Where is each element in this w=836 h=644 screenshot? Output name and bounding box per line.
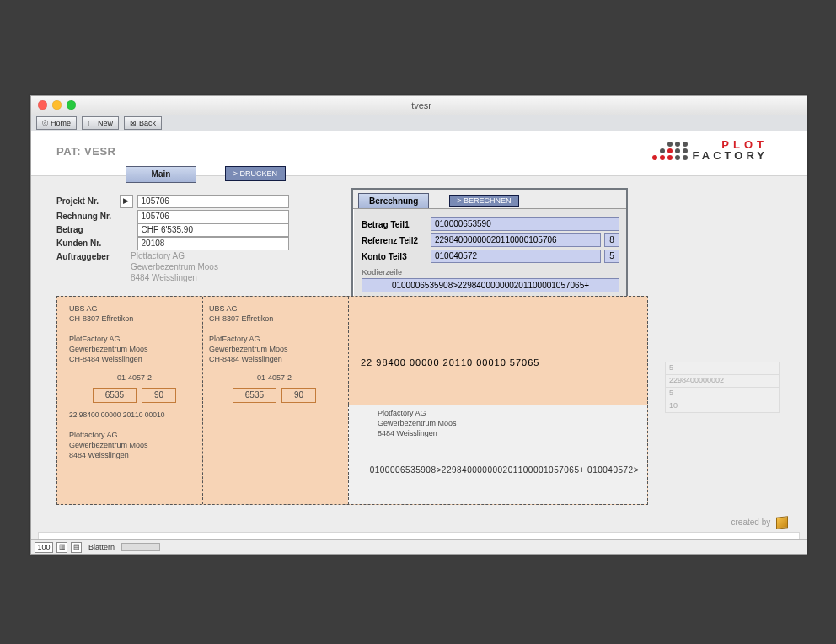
label-auftraggeber: Auftraggeber (56, 252, 117, 261)
body-area: Main > DRUCKEN Projekt Nr. ▶ 105706 Rech… (31, 176, 807, 543)
tab-berechnung[interactable]: Berechnung (358, 193, 429, 208)
payment-slip: UBS AG CH-8307 Effretikon PlotFactory AG… (56, 296, 648, 505)
app-window: _tvesr ⦾ Home ▢ New ⊠ Back PAT: VESR (30, 95, 807, 555)
input-rechnung[interactable]: 105706 (137, 210, 289, 223)
input-betrag[interactable]: CHF 6'535.90 (137, 223, 289, 237)
label-betrag-teil1: Betrag Teil1 (362, 220, 431, 229)
slip-payer-right: Plotfactory AG Gewerbezentrum Moos 8484 … (378, 408, 457, 438)
berechnen-button[interactable]: > BERECHNEN (449, 195, 518, 207)
new-button[interactable]: ▢ New (82, 116, 119, 130)
view-icon[interactable]: ▤ (71, 542, 82, 553)
slip-amount-cents-1: 90 (142, 388, 176, 403)
layout-icon[interactable]: ▥ (56, 542, 67, 553)
slip-account-2: 01-4057-2 (209, 373, 340, 383)
slip-column-1: UBS AG CH-8307 Effretikon PlotFactory AG… (69, 303, 200, 460)
logo-dots-icon (652, 142, 688, 162)
slip-reference-big: 22 98400 00000 20110 00010 57065 (361, 357, 539, 368)
logo: PLOT FACTORY (652, 140, 768, 162)
blaettern-slider[interactable] (121, 543, 160, 551)
home-icon: ⦾ (42, 118, 48, 128)
input-projekt[interactable]: 105706 (137, 195, 289, 208)
side-block: 5 2298400000002 5 10 (665, 362, 780, 413)
logo-text-bottom: FACTORY (693, 149, 768, 162)
field-referenz-teil2[interactable]: 22984000000020110000105706 (431, 233, 601, 247)
new-icon: ▢ (88, 118, 95, 128)
toolbar: ⦾ Home ▢ New ⊠ Back (31, 115, 807, 131)
side-row-3: 5 (665, 388, 780, 400)
side-row-1: 5 (665, 362, 780, 375)
label-kunden: Kunden Nr. (56, 239, 117, 248)
zoom-icon[interactable] (67, 100, 76, 110)
status-bar: 100 ▥ ▤ Blättern (31, 539, 807, 554)
tab-main[interactable]: Main (126, 166, 196, 183)
slip-ocr-line: 0100006535908>22984000000020110000105706… (57, 465, 639, 475)
close-icon[interactable] (38, 100, 47, 110)
minimize-icon[interactable] (52, 100, 62, 110)
blaettern-label: Blättern (88, 543, 115, 551)
label-konto-teil3: Konto Teil3 (362, 252, 431, 261)
slip-amount-whole-2: 6535 (233, 388, 276, 403)
label-referenz-teil2: Referenz Teil2 (362, 236, 431, 245)
field-konto-teil3[interactable]: 010040572 (431, 250, 601, 263)
side-row-4: 10 (665, 400, 780, 413)
window-titlebar: _tvesr (31, 96, 807, 115)
back-icon: ⊠ (130, 118, 137, 128)
back-button[interactable]: ⊠ Back (124, 116, 162, 130)
slip-account-1: 01-4057-2 (69, 373, 200, 383)
field-kodierzeile[interactable]: 0100006535908>22984000000020110000105706… (362, 278, 619, 292)
field-konto-check[interactable]: 5 (604, 250, 619, 263)
slip-column-2: UBS AG CH-8307 Effretikon PlotFactory AG… (209, 303, 340, 403)
window-title: _tvesr (406, 100, 431, 110)
label-projekt: Projekt Nr. (56, 196, 117, 206)
label-betrag: Betrag (56, 225, 117, 234)
goto-projekt-icon[interactable]: ▶ (120, 195, 133, 208)
record-count[interactable]: 100 (35, 542, 53, 553)
auftraggeber-address: Plotfactory AG Gewerbezentrum Moos 8484 … (131, 250, 218, 283)
home-button[interactable]: ⦾ Home (36, 116, 77, 130)
created-by: created by (732, 517, 788, 529)
field-betrag-teil1[interactable]: 010000653590 (431, 217, 619, 231)
side-row-2: 2298400000002 (665, 375, 780, 388)
cube-icon (776, 516, 788, 529)
slip-amount-cents-2: 90 (281, 388, 316, 403)
page-title: PAT: VESR (56, 145, 115, 158)
slip-ref-short: 22 98400 00000 20110 00010 (69, 410, 200, 420)
label-kodierzeile: Kodierzeile (362, 268, 619, 276)
slip-amount-whole-1: 6535 (93, 388, 137, 403)
label-rechnung: Rechnung Nr. (56, 212, 117, 221)
drucken-button[interactable]: > DRUCKEN (225, 166, 286, 181)
field-referenz-check[interactable]: 8 (604, 233, 619, 247)
input-kunden[interactable]: 20108 (137, 237, 289, 250)
